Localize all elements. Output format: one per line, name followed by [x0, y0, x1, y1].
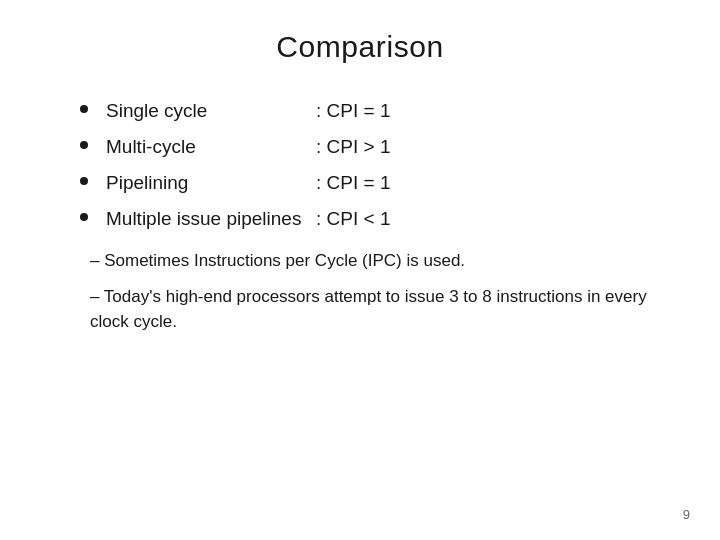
bullet-text: Multi-cycle : CPI > 1: [106, 136, 660, 158]
bullet-dot: [80, 177, 88, 185]
bullet-label: Single cycle: [106, 100, 316, 122]
bullet-label: Pipelining: [106, 172, 316, 194]
bullet-cpi: : CPI > 1: [316, 136, 390, 158]
bullet-list: Single cycle : CPI = 1 Multi-cycle : CPI…: [80, 100, 660, 230]
sub-note-2: – Today's high-end processors attempt to…: [90, 284, 660, 335]
slide-content: Single cycle : CPI = 1 Multi-cycle : CPI…: [60, 100, 660, 335]
sub-note-1: – Sometimes Instructions per Cycle (IPC)…: [90, 248, 660, 274]
list-item: Multiple issue pipelines : CPI < 1: [80, 208, 660, 230]
bullet-dot: [80, 105, 88, 113]
bullet-cpi: : CPI = 1: [316, 172, 390, 194]
sub-notes: – Sometimes Instructions per Cycle (IPC)…: [80, 248, 660, 335]
bullet-text: Pipelining : CPI = 1: [106, 172, 660, 194]
bullet-dot: [80, 213, 88, 221]
bullet-label: Multi-cycle: [106, 136, 316, 158]
bullet-label: Multiple issue pipelines: [106, 208, 316, 230]
bullet-text: Multiple issue pipelines : CPI < 1: [106, 208, 660, 230]
bullet-cpi: : CPI < 1: [316, 208, 390, 230]
bullet-text: Single cycle : CPI = 1: [106, 100, 660, 122]
list-item: Single cycle : CPI = 1: [80, 100, 660, 122]
slide-title: Comparison: [60, 30, 660, 64]
list-item: Pipelining : CPI = 1: [80, 172, 660, 194]
list-item: Multi-cycle : CPI > 1: [80, 136, 660, 158]
bullet-dot: [80, 141, 88, 149]
slide: Comparison Single cycle : CPI = 1 Multi-…: [0, 0, 720, 540]
page-number: 9: [683, 507, 690, 522]
bullet-cpi: : CPI = 1: [316, 100, 390, 122]
